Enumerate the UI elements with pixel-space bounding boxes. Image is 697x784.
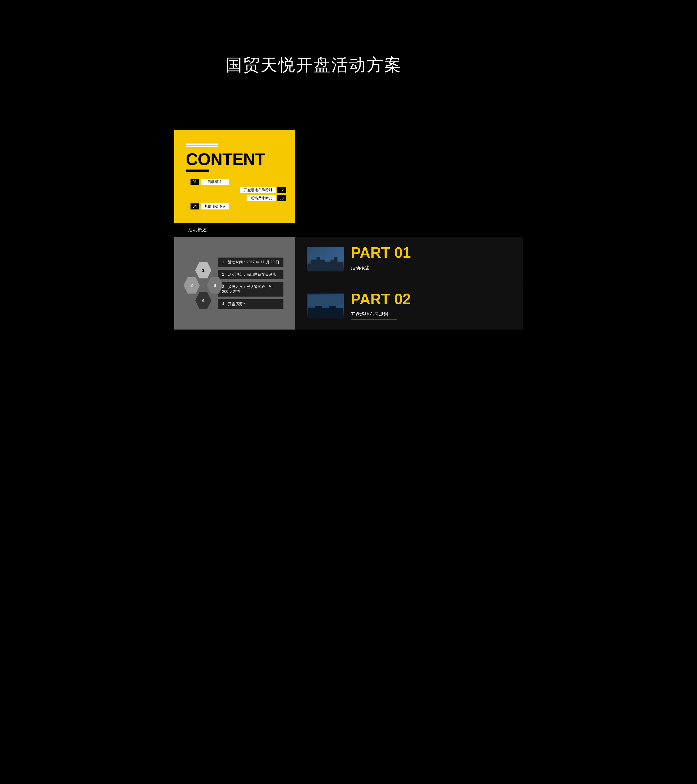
part-01-desc: 活动概述 (351, 265, 411, 271)
activity-item-1: 1、活动时间：2017 年 11 月 20 日 (218, 257, 284, 267)
slide-content-section: CONTENT 01 活动概述 02 开盘场地布局规划 03 现场尺寸标识 04… (174, 130, 523, 223)
content-heading: CONTENT (186, 151, 286, 168)
menu-item-02: 02 开盘场地布局规划 (190, 187, 286, 193)
part-01-number: PART 01 (351, 245, 411, 260)
menu-label-01: 活动概述 (201, 179, 229, 185)
menu-label-02: 开盘场地布局规划 (240, 187, 276, 193)
part-01-image (307, 247, 344, 273)
hex-2: 2 (183, 277, 200, 293)
decorative-lines (186, 143, 286, 147)
part-02-panel: PART 02 开盘场地布局规划 (295, 283, 523, 330)
activity-item-4: 4、开盘房源： (218, 299, 284, 309)
activity-item-3: 3、参与人员：已认筹客户，约 200 人左右 (218, 282, 284, 296)
white-line-2 (186, 146, 218, 147)
part-01-content: PART 01 活动概述 (351, 245, 411, 275)
slide-activity-section: 1 2 3 4 1、活动时间：2017 年 11 月 20 日 2、活动地点：佘… (174, 237, 523, 329)
hex-decoration: 1 2 3 4 (181, 260, 209, 306)
part-02-desc: 开盘场地布局规划 (351, 311, 411, 318)
part-01-divider (351, 273, 397, 273)
menu-number-03: 03 (277, 195, 286, 201)
content-title-block: CONTENT (186, 143, 286, 172)
part-panels: PART 01 活动概述 PART 02 开盘场地布局规划 (295, 237, 523, 329)
hex-1: 1 (195, 262, 211, 278)
menu-label-04: 其他活动环节 (201, 203, 229, 209)
white-line-1 (186, 143, 218, 145)
menu-label-03: 现场尺寸标识 (247, 195, 276, 201)
activity-list: 1、活动时间：2017 年 11 月 20 日 2、活动地点：佘山世贸艾美酒店 … (214, 257, 288, 309)
menu-item-03: 03 现场尺寸标识 (190, 195, 286, 201)
part-02-number: PART 02 (351, 292, 411, 306)
part-02-content: PART 02 开盘场地布局规划 (351, 292, 411, 321)
menu-number-04: 04 (190, 203, 199, 209)
menu-item-01: 01 活动概述 (190, 179, 286, 185)
part-02-image (307, 293, 344, 319)
black-line-decoration (186, 170, 209, 172)
content-left-panel: CONTENT 01 活动概述 02 开盘场地布局规划 03 现场尺寸标识 04… (174, 130, 295, 223)
section-label-text: 活动概述 (188, 227, 207, 232)
activity-left-panel: 1 2 3 4 1、活动时间：2017 年 11 月 20 日 2、活动地点：佘… (174, 237, 295, 329)
menu-number-01: 01 (190, 179, 199, 185)
slide-title-section: 国贸天悦开盘活动方案 (174, 0, 523, 130)
menu-number-02: 02 (277, 187, 286, 193)
activity-item-2: 2、活动地点：佘山世贸艾美酒店 (218, 270, 284, 279)
main-title: 国贸天悦开盘活动方案 (225, 54, 402, 76)
menu-item-04: 04 其他活动环节 (190, 203, 286, 209)
part-02-divider (351, 319, 397, 320)
section-label-activity: 活动概述 (174, 223, 523, 237)
content-menu: 01 活动概述 02 开盘场地布局规划 03 现场尺寸标识 04 其他活动环节 (186, 179, 286, 209)
content-right-panel (295, 130, 523, 223)
hex-4: 4 (195, 292, 211, 309)
part-01-panel: PART 01 活动概述 (295, 237, 523, 283)
